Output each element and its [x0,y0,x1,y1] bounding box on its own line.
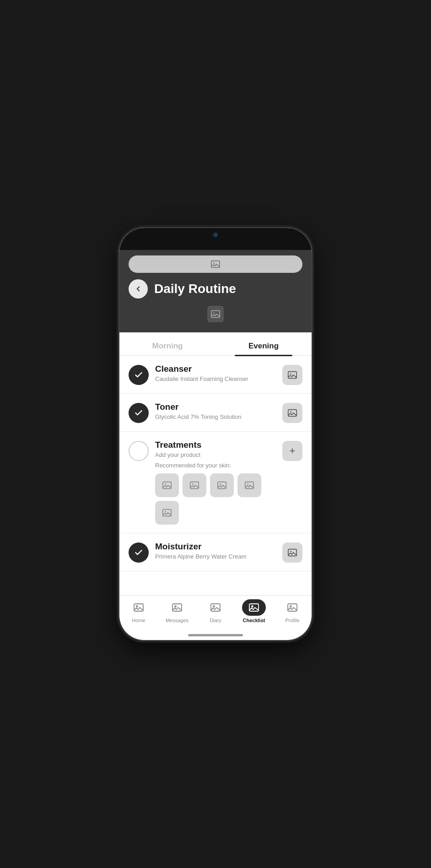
diary-icon [210,602,221,613]
treatments-name: Treatments [155,440,276,450]
nav-home[interactable]: Home [119,599,158,623]
svg-rect-22 [172,604,182,611]
messages-icon [172,602,183,613]
nav-profile[interactable]: Profile [273,599,312,623]
cleanser-content: Cleanser Caudalie Instant Foaming Cleans… [155,364,276,382]
svg-point-3 [213,312,215,314]
nav-profile-label: Profile [285,618,299,623]
treatments-sub: Add your product [155,451,276,458]
home-icon [133,602,144,613]
header-search-bar[interactable] [129,255,302,273]
moisturizer-content: Moisturizer Primera Alpine Berry Water C… [155,542,276,560]
svg-rect-8 [163,482,171,489]
home-icon-wrap [128,599,150,616]
nav-home-label: Home [132,618,145,623]
rec-product-3[interactable] [210,473,234,497]
svg-rect-6 [288,410,296,417]
rec-product-4[interactable] [237,473,261,497]
svg-rect-10 [190,482,199,489]
svg-rect-12 [218,482,226,489]
check-toner[interactable] [129,403,149,423]
svg-point-21 [136,606,138,607]
profile-icon-wrap [281,599,303,616]
svg-rect-28 [288,604,297,611]
nav-diary-label: Diary [210,618,221,623]
moisturizer-image-button[interactable] [282,542,302,563]
svg-point-7 [290,411,291,412]
svg-point-9 [165,483,166,485]
nav-diary[interactable]: Diary [196,599,235,623]
check-moisturizer[interactable] [129,542,149,563]
toner-image-button[interactable] [282,403,302,423]
page-title: Daily Routine [154,282,236,296]
svg-point-15 [247,483,248,485]
svg-rect-18 [288,549,296,556]
image-icon [210,259,221,269]
svg-point-25 [213,606,215,607]
svg-rect-20 [134,604,143,611]
checklist-icon-wrap [242,599,266,616]
check-cleanser[interactable] [129,365,149,385]
svg-rect-26 [249,604,259,611]
profile-icon [287,602,298,613]
routine-item-treatments: Treatments Add your product Recommended … [119,432,312,533]
notch-area [119,228,312,250]
svg-rect-2 [211,311,220,318]
svg-rect-14 [245,482,253,489]
messages-icon-wrap [166,599,188,616]
nav-messages-label: Messages [166,618,189,623]
rec-product-2[interactable] [183,473,206,497]
treatments-content: Treatments Add your product Recommended … [155,440,276,525]
notch [183,228,248,241]
svg-point-1 [213,262,215,264]
toner-name: Toner [155,402,276,412]
rec-product-1[interactable] [155,473,179,497]
toner-sub: Glycolic Acid 7% Toning Solution [155,413,276,420]
cleanser-name: Cleanser [155,364,276,374]
screen: Daily Routine Morning Evening [119,228,312,640]
camera [213,233,218,237]
routine-list: Cleanser Caudalie Instant Foaming Cleans… [119,356,312,595]
svg-point-13 [220,483,221,485]
header-image-area [129,306,302,322]
svg-rect-0 [211,261,220,268]
rec-product-5[interactable] [155,501,179,525]
svg-point-19 [290,551,291,552]
home-bar [188,634,243,636]
svg-point-11 [192,483,194,485]
header-product-image [207,306,224,322]
tab-evening[interactable]: Evening [216,336,312,355]
header-title-row: Daily Routine [129,279,302,298]
svg-point-17 [165,511,166,512]
nav-checklist[interactable]: Checklist [235,599,273,623]
checklist-icon [248,602,259,613]
recommended-products [155,473,276,525]
cleanser-image-button[interactable] [282,365,302,385]
tab-morning[interactable]: Morning [119,336,216,355]
moisturizer-name: Moisturizer [155,542,276,552]
routine-item-toner: Toner Glycolic Acid 7% Toning Solution [119,394,312,432]
toner-content: Toner Glycolic Acid 7% Toning Solution [155,402,276,420]
svg-rect-16 [163,510,171,516]
svg-rect-24 [211,604,220,611]
svg-point-23 [175,606,176,607]
routine-item-cleanser: Cleanser Caudalie Instant Foaming Cleans… [119,356,312,394]
home-indicator [119,632,312,640]
back-button[interactable] [129,279,148,298]
phone-frame: Daily Routine Morning Evening [119,228,312,640]
tab-bar: Morning Evening [119,332,312,356]
treatments-add-button[interactable]: + [282,441,302,461]
header: Daily Routine [119,250,312,332]
svg-point-5 [290,373,291,374]
nav-messages[interactable]: Messages [158,599,196,623]
check-treatments[interactable] [129,441,149,461]
moisturizer-sub: Primera Alpine Berry Water Cream [155,553,276,560]
nav-checklist-label: Checklist [243,618,265,623]
svg-rect-4 [288,372,296,379]
cleanser-sub: Caudalie Instant Foaming Cleanser [155,375,276,382]
diary-icon-wrap [205,599,226,616]
routine-item-moisturizer: Moisturizer Primera Alpine Berry Water C… [119,533,312,571]
svg-point-29 [290,606,291,607]
bottom-nav: Home Messages [119,595,312,632]
svg-point-27 [252,606,253,607]
